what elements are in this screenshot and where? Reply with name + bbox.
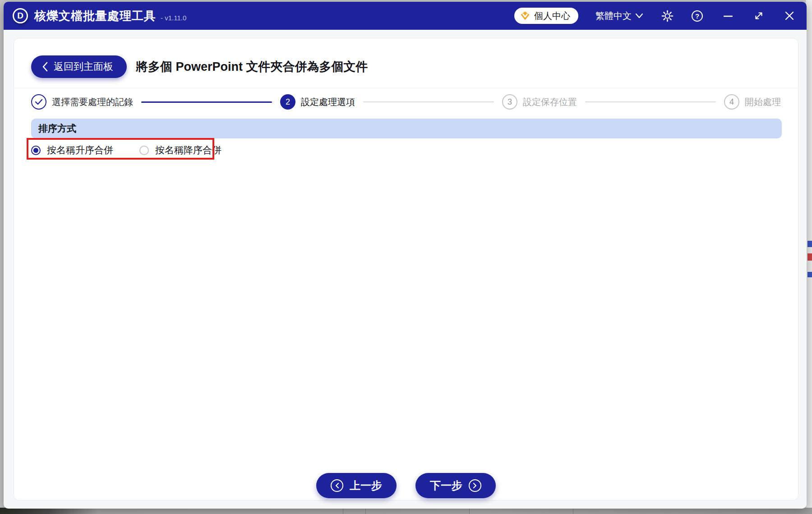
vip-gem-icon — [520, 10, 531, 21]
minimize-button[interactable] — [723, 10, 734, 21]
sort-radio-group: 按名稱升序合併 按名稱降序合併 — [31, 141, 221, 159]
chevron-left-icon — [42, 62, 48, 72]
step-connector — [363, 101, 494, 102]
next-step-button[interactable]: 下一步 — [415, 473, 496, 498]
wizard-stepper: 選擇需要處理的記錄 2 設定處理選項 3 設定保存位置 4 — [31, 93, 781, 111]
step-select-records: 選擇需要處理的記錄 — [31, 94, 133, 110]
desktop-icon-fragment — [807, 241, 812, 247]
radio-merge-ascending[interactable]: 按名稱升序合併 — [31, 144, 113, 156]
help-glyph: ? — [695, 12, 699, 20]
step-connector — [141, 101, 272, 103]
radio-label: 按名稱升序合併 — [47, 144, 113, 156]
account-center-button[interactable]: 個人中心 — [514, 8, 578, 24]
circled-chevron-left-icon — [331, 479, 343, 492]
step-label: 選擇需要處理的記錄 — [52, 96, 133, 108]
taskbar-separator — [469, 508, 470, 514]
maximize-button[interactable] — [753, 10, 764, 21]
settings-button[interactable] — [661, 10, 674, 22]
gear-icon — [661, 10, 674, 22]
step-number-badge: 2 — [280, 94, 295, 110]
sort-section-header: 排序方式 — [31, 119, 782, 138]
radio-label: 按名稱降序合併 — [155, 144, 221, 156]
close-icon — [784, 10, 795, 21]
step-check-icon — [31, 94, 46, 110]
titlebar: D 核爍文檔批量處理工具 - v1.11.0 個人中心 繁體中文 — [4, 2, 807, 30]
app-logo-letter: D — [17, 11, 23, 21]
step-label: 開始處理 — [745, 96, 781, 108]
circled-chevron-right-icon — [469, 479, 481, 492]
step-label: 設定保存位置 — [523, 96, 577, 108]
step-connector — [585, 101, 716, 102]
help-icon: ? — [692, 10, 703, 22]
desktop-background-bottom — [0, 508, 812, 514]
header-divider — [14, 88, 798, 88]
radio-selected-icon — [31, 146, 41, 155]
maximize-icon — [753, 10, 764, 21]
chevron-down-icon — [635, 13, 643, 18]
footer-actions: 上一步 下一步 — [14, 473, 798, 498]
step-number: 3 — [508, 97, 512, 107]
help-button[interactable]: ? — [692, 10, 703, 22]
previous-step-label: 上一步 — [350, 478, 382, 493]
main-card: 返回到主面板 將多個 PowerPoint 文件夾合併為多個文件 選擇需要處理的… — [14, 38, 798, 500]
app-version: - v1.11.0 — [161, 14, 186, 22]
step-number-badge: 4 — [724, 94, 739, 110]
back-button-label: 返回到主面板 — [54, 60, 113, 73]
taskbar-separator — [365, 508, 366, 514]
next-step-label: 下一步 — [430, 478, 462, 493]
step-number: 4 — [729, 97, 734, 107]
language-label: 繁體中文 — [595, 10, 632, 22]
taskbar-separator — [343, 508, 343, 514]
desktop-icon-fragment — [807, 272, 812, 277]
radio-merge-descending[interactable]: 按名稱降序合併 — [139, 144, 221, 156]
step-label: 設定處理選項 — [301, 96, 355, 108]
minimize-icon — [723, 10, 734, 21]
header-row: 返回到主面板 將多個 PowerPoint 文件夾合併為多個文件 — [31, 55, 368, 78]
taskbar-separator — [573, 508, 573, 514]
step-number: 2 — [286, 97, 290, 107]
account-center-label: 個人中心 — [534, 10, 570, 22]
step-set-save-location: 3 設定保存位置 — [502, 94, 577, 110]
sort-section-title: 排序方式 — [38, 122, 76, 135]
step-set-options: 2 設定處理選項 — [280, 94, 355, 110]
step-start-processing: 4 開始處理 — [724, 94, 781, 110]
language-selector[interactable]: 繁體中文 — [595, 10, 643, 22]
back-to-dashboard-button[interactable]: 返回到主面板 — [31, 55, 127, 78]
app-logo: D — [13, 8, 28, 23]
page-title: 將多個 PowerPoint 文件夾合併為多個文件 — [136, 59, 368, 75]
desktop-background-right — [806, 0, 812, 514]
desktop-icon-fragment — [807, 253, 812, 261]
radio-unselected-icon — [139, 146, 149, 155]
previous-step-button[interactable]: 上一步 — [316, 473, 397, 498]
step-number-badge: 3 — [502, 94, 517, 110]
close-button[interactable] — [784, 10, 795, 21]
app-title: 核爍文檔批量處理工具 — [34, 8, 156, 24]
app-window: D 核爍文檔批量處理工具 - v1.11.0 個人中心 繁體中文 — [4, 2, 807, 509]
titlebar-actions: 個人中心 繁體中文 — [514, 8, 795, 24]
